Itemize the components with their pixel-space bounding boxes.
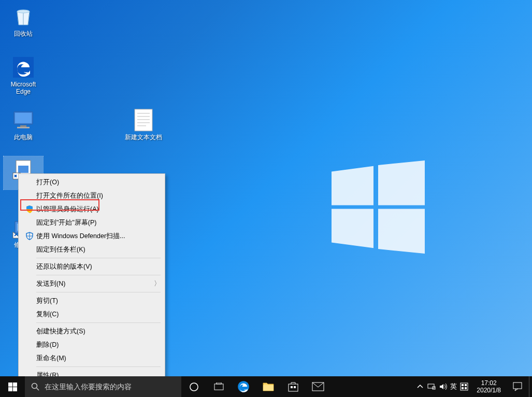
svg-marker-1 (378, 160, 425, 205)
ctx-pin-start[interactable]: 固定到"开始"屏幕(P) (19, 216, 165, 229)
ctx-send-to[interactable]: 发送到(N)〉 (19, 277, 165, 290)
ctx-copy[interactable]: 复制(C) (19, 307, 165, 321)
desktop-icon-this-pc[interactable]: 此电脑 (4, 108, 43, 141)
edge-icon (11, 55, 36, 80)
ctx-defender-scan[interactable]: 使用 Windows Defender扫描... (19, 229, 165, 243)
ctx-rename[interactable]: 重命名(M) (19, 351, 165, 365)
taskbar-cortana[interactable] (181, 376, 206, 397)
svg-rect-34 (289, 384, 298, 391)
text-document-icon (131, 108, 156, 133)
edge-icon (237, 380, 250, 393)
this-pc-icon (11, 108, 36, 133)
separator (36, 322, 161, 323)
desktop-icon-label: 新建文本文档 (120, 134, 167, 141)
svg-rect-43 (462, 387, 464, 389)
svg-rect-15 (135, 109, 152, 131)
cortana-icon (189, 382, 199, 392)
desktop-icon-label: Microsoft Edge (4, 81, 43, 95)
svg-rect-25 (8, 387, 12, 391)
ctx-create-shortcut[interactable]: 创建快捷方式(S) (19, 325, 165, 338)
svg-rect-45 (513, 383, 522, 389)
svg-rect-23 (8, 383, 12, 387)
volume-icon[interactable] (439, 383, 447, 391)
svg-rect-11 (18, 166, 28, 173)
taskbar-app-store[interactable] (281, 376, 306, 397)
file-explorer-icon (263, 381, 274, 392)
clock-date: 2020/1/8 (477, 387, 501, 394)
svg-point-4 (17, 10, 30, 13)
svg-rect-30 (214, 384, 223, 389)
windows-start-icon (8, 383, 17, 391)
chevron-right-icon: 〉 (153, 280, 161, 288)
taskbar: 英 17:02 2020/1/8 (0, 376, 532, 397)
svg-rect-9 (17, 127, 30, 128)
store-icon (287, 381, 299, 392)
svg-rect-38 (428, 384, 434, 388)
separator (36, 258, 161, 258)
svg-rect-24 (13, 383, 17, 387)
taskbar-app-edge[interactable] (231, 376, 256, 397)
ime-lang-indicator[interactable]: 英 (450, 383, 457, 391)
desktop-icon-label: 回收站 (4, 30, 43, 37)
svg-point-27 (32, 384, 37, 389)
show-desktop[interactable] (529, 376, 532, 397)
svg-rect-42 (465, 384, 467, 386)
taskbar-task-view[interactable] (206, 376, 231, 397)
recycle-bin-icon (11, 4, 36, 29)
svg-rect-44 (465, 387, 467, 389)
tray-chevron-up-icon[interactable] (416, 383, 424, 391)
desktop-icon-recycle-bin[interactable]: 回收站 (4, 4, 43, 37)
svg-marker-3 (378, 209, 425, 254)
svg-rect-33 (263, 385, 274, 391)
clock-time: 17:02 (477, 379, 501, 387)
desktop-icon-text-doc[interactable]: 新建文本文档 (120, 108, 167, 141)
search-box[interactable] (25, 376, 181, 397)
svg-rect-7 (15, 113, 32, 123)
search-input[interactable] (45, 383, 175, 391)
svg-rect-35 (291, 386, 293, 388)
desktop[interactable]: 回收站 Microsoft Edge 此电脑 秒 修复升 新建文本文档 打开(O… (0, 0, 532, 376)
start-button[interactable] (0, 376, 25, 397)
svg-rect-36 (294, 386, 296, 388)
windows-logo-bg-icon (332, 160, 425, 254)
separator (36, 366, 161, 367)
taskbar-app-explorer[interactable] (256, 376, 281, 397)
search-icon (31, 383, 39, 391)
desktop-icon-edge[interactable]: Microsoft Edge (4, 55, 43, 95)
svg-marker-2 (332, 209, 373, 248)
desktop-icon-label: 此电脑 (4, 134, 43, 141)
svg-line-28 (37, 388, 39, 391)
separator (36, 292, 161, 292)
ctx-run-as-admin[interactable]: 以管理员身份运行(A) (19, 202, 165, 216)
ime-mode-icon[interactable] (460, 383, 468, 391)
taskbar-clock[interactable]: 17:02 2020/1/8 (471, 379, 506, 394)
action-center-icon (513, 382, 522, 391)
system-tray[interactable]: 英 (413, 383, 471, 391)
ctx-restore-previous[interactable]: 还原以前的版本(V) (19, 260, 165, 273)
task-view-icon (214, 383, 224, 391)
ctx-cut[interactable]: 剪切(T) (19, 294, 165, 307)
taskbar-app-mail[interactable] (306, 376, 330, 397)
svg-rect-26 (13, 387, 17, 391)
svg-point-29 (190, 383, 197, 390)
network-icon[interactable] (427, 383, 436, 391)
context-menu: 打开(O) 打开文件所在的位置(I) 以管理员身份运行(A) 固定到"开始"屏幕… (18, 173, 165, 384)
svg-rect-8 (20, 125, 26, 127)
ctx-delete[interactable]: 删除(D) (19, 338, 165, 351)
uac-shield-icon (25, 205, 34, 213)
defender-shield-icon (25, 232, 34, 240)
mail-icon (312, 382, 324, 391)
ctx-open-file-location[interactable]: 打开文件所在的位置(I) (19, 189, 165, 202)
action-center[interactable] (506, 376, 529, 397)
ctx-pin-taskbar[interactable]: 固定到任务栏(K) (19, 243, 165, 256)
svg-marker-0 (332, 166, 373, 205)
separator (36, 275, 161, 275)
ctx-open[interactable]: 打开(O) (19, 175, 165, 189)
svg-rect-31 (216, 383, 221, 384)
svg-rect-41 (462, 384, 464, 386)
